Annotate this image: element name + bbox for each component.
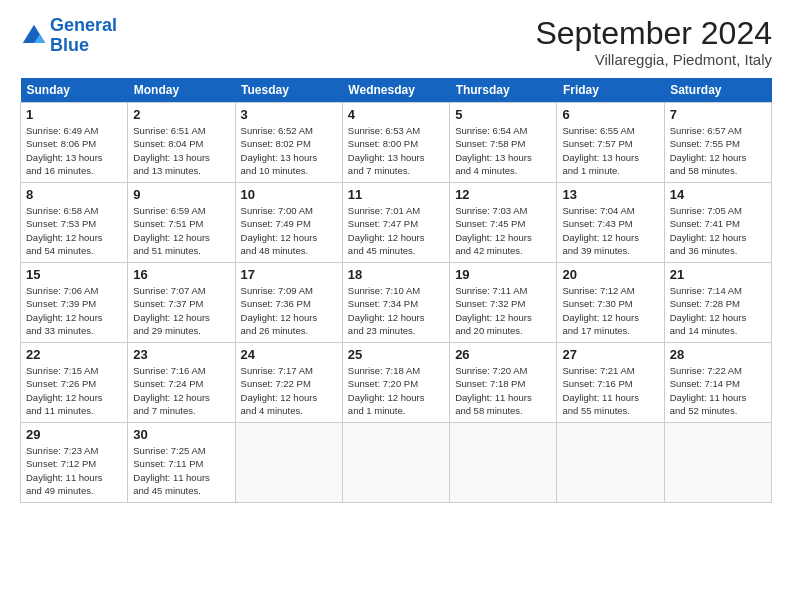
day-29[interactable]: 29 Sunrise: 7:23 AMSunset: 7:12 PMDaylig… bbox=[21, 423, 128, 503]
day-27[interactable]: 27 Sunrise: 7:21 AMSunset: 7:16 PMDaylig… bbox=[557, 343, 664, 423]
logo-area: General Blue bbox=[20, 16, 117, 56]
day-13[interactable]: 13 Sunrise: 7:04 AMSunset: 7:43 PMDaylig… bbox=[557, 183, 664, 263]
day-11[interactable]: 11 Sunrise: 7:01 AMSunset: 7:47 PMDaylig… bbox=[342, 183, 449, 263]
title-area: September 2024 Villareggia, Piedmont, It… bbox=[535, 16, 772, 68]
day-24[interactable]: 24 Sunrise: 7:17 AMSunset: 7:22 PMDaylig… bbox=[235, 343, 342, 423]
col-friday: Friday bbox=[557, 78, 664, 103]
day-5[interactable]: 5 Sunrise: 6:54 AMSunset: 7:58 PMDayligh… bbox=[450, 103, 557, 183]
day-1[interactable]: 1 Sunrise: 6:49 AMSunset: 8:06 PMDayligh… bbox=[21, 103, 128, 183]
day-4[interactable]: 4 Sunrise: 6:53 AMSunset: 8:00 PMDayligh… bbox=[342, 103, 449, 183]
day-26[interactable]: 26 Sunrise: 7:20 AMSunset: 7:18 PMDaylig… bbox=[450, 343, 557, 423]
day-15[interactable]: 15 Sunrise: 7:06 AMSunset: 7:39 PMDaylig… bbox=[21, 263, 128, 343]
day-28[interactable]: 28 Sunrise: 7:22 AMSunset: 7:14 PMDaylig… bbox=[664, 343, 771, 423]
day-2[interactable]: 2 Sunrise: 6:51 AMSunset: 8:04 PMDayligh… bbox=[128, 103, 235, 183]
logo-blue: Blue bbox=[50, 35, 89, 55]
col-thursday: Thursday bbox=[450, 78, 557, 103]
day-6[interactable]: 6 Sunrise: 6:55 AMSunset: 7:57 PMDayligh… bbox=[557, 103, 664, 183]
day-9[interactable]: 9 Sunrise: 6:59 AMSunset: 7:51 PMDayligh… bbox=[128, 183, 235, 263]
empty-cell-3 bbox=[450, 423, 557, 503]
week-1: 1 Sunrise: 6:49 AMSunset: 8:06 PMDayligh… bbox=[21, 103, 772, 183]
day-21[interactable]: 21 Sunrise: 7:14 AMSunset: 7:28 PMDaylig… bbox=[664, 263, 771, 343]
day-20[interactable]: 20 Sunrise: 7:12 AMSunset: 7:30 PMDaylig… bbox=[557, 263, 664, 343]
day-14[interactable]: 14 Sunrise: 7:05 AMSunset: 7:41 PMDaylig… bbox=[664, 183, 771, 263]
week-3: 15 Sunrise: 7:06 AMSunset: 7:39 PMDaylig… bbox=[21, 263, 772, 343]
empty-cell-5 bbox=[664, 423, 771, 503]
week-2: 8 Sunrise: 6:58 AMSunset: 7:53 PMDayligh… bbox=[21, 183, 772, 263]
day-12[interactable]: 12 Sunrise: 7:03 AMSunset: 7:45 PMDaylig… bbox=[450, 183, 557, 263]
logo-general: General bbox=[50, 15, 117, 35]
location-title: Villareggia, Piedmont, Italy bbox=[535, 51, 772, 68]
col-saturday: Saturday bbox=[664, 78, 771, 103]
month-title: September 2024 bbox=[535, 16, 772, 51]
logo-icon bbox=[20, 22, 48, 50]
page: General Blue September 2024 Villareggia,… bbox=[0, 0, 792, 612]
empty-cell-2 bbox=[342, 423, 449, 503]
day-3[interactable]: 3 Sunrise: 6:52 AMSunset: 8:02 PMDayligh… bbox=[235, 103, 342, 183]
day-19[interactable]: 19 Sunrise: 7:11 AMSunset: 7:32 PMDaylig… bbox=[450, 263, 557, 343]
day-23[interactable]: 23 Sunrise: 7:16 AMSunset: 7:24 PMDaylig… bbox=[128, 343, 235, 423]
day-17[interactable]: 17 Sunrise: 7:09 AMSunset: 7:36 PMDaylig… bbox=[235, 263, 342, 343]
col-monday: Monday bbox=[128, 78, 235, 103]
day-7[interactable]: 7 Sunrise: 6:57 AMSunset: 7:55 PMDayligh… bbox=[664, 103, 771, 183]
day-22[interactable]: 22 Sunrise: 7:15 AMSunset: 7:26 PMDaylig… bbox=[21, 343, 128, 423]
day-10[interactable]: 10 Sunrise: 7:00 AMSunset: 7:49 PMDaylig… bbox=[235, 183, 342, 263]
header-row: Sunday Monday Tuesday Wednesday Thursday… bbox=[21, 78, 772, 103]
day-25[interactable]: 25 Sunrise: 7:18 AMSunset: 7:20 PMDaylig… bbox=[342, 343, 449, 423]
col-wednesday: Wednesday bbox=[342, 78, 449, 103]
day-16[interactable]: 16 Sunrise: 7:07 AMSunset: 7:37 PMDaylig… bbox=[128, 263, 235, 343]
col-sunday: Sunday bbox=[21, 78, 128, 103]
empty-cell-4 bbox=[557, 423, 664, 503]
week-4: 22 Sunrise: 7:15 AMSunset: 7:26 PMDaylig… bbox=[21, 343, 772, 423]
week-5: 29 Sunrise: 7:23 AMSunset: 7:12 PMDaylig… bbox=[21, 423, 772, 503]
empty-cell-1 bbox=[235, 423, 342, 503]
calendar-table: Sunday Monday Tuesday Wednesday Thursday… bbox=[20, 78, 772, 503]
day-30[interactable]: 30 Sunrise: 7:25 AMSunset: 7:11 PMDaylig… bbox=[128, 423, 235, 503]
day-8[interactable]: 8 Sunrise: 6:58 AMSunset: 7:53 PMDayligh… bbox=[21, 183, 128, 263]
col-tuesday: Tuesday bbox=[235, 78, 342, 103]
header: General Blue September 2024 Villareggia,… bbox=[20, 16, 772, 68]
day-18[interactable]: 18 Sunrise: 7:10 AMSunset: 7:34 PMDaylig… bbox=[342, 263, 449, 343]
